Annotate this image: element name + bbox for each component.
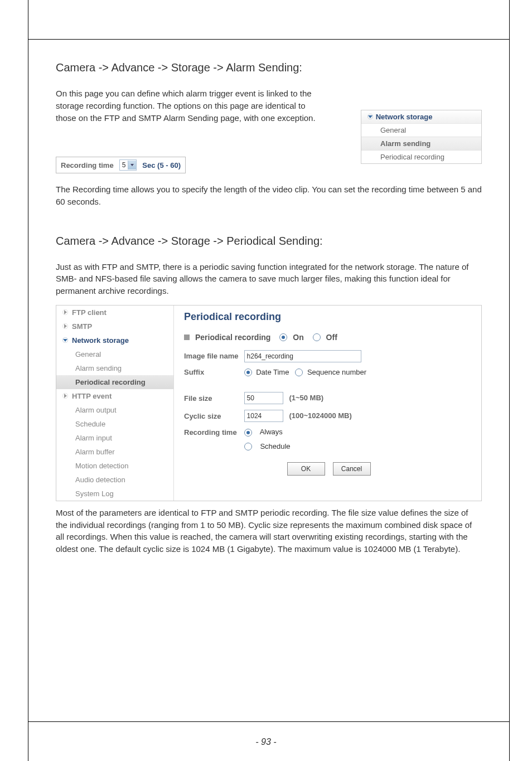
svg-marker-5 xyxy=(64,324,67,328)
recording-time-option-schedule: Schedule xyxy=(260,442,290,450)
network-storage-side-nav: Network storage General Alarm sending Pe… xyxy=(361,110,482,164)
nav-item-general[interactable]: General xyxy=(56,347,173,361)
side-nav-item-alarm-sending[interactable]: Alarm sending xyxy=(361,137,481,151)
svg-marker-9 xyxy=(64,394,67,398)
nav-item-audio-detection[interactable]: Audio detection xyxy=(56,473,173,487)
recording-time-hint: Sec (5 - 60) xyxy=(142,161,181,169)
toggle-off-label: Off xyxy=(326,333,337,342)
periodical-recording-panel: FTP client SMTP Network storage General … xyxy=(56,305,482,501)
section2-heading: Camera -> Advance -> Storage -> Periodic… xyxy=(56,235,482,248)
toggle-on-label: On xyxy=(293,333,303,342)
svg-marker-3 xyxy=(64,310,67,314)
page-number: - 93 - xyxy=(0,737,532,747)
radio-on[interactable] xyxy=(279,333,287,341)
radio-recording-schedule[interactable] xyxy=(244,443,252,450)
radio-suffix-date-time[interactable] xyxy=(244,369,252,376)
section2-explanation-paragraph: Most of the parameters are identical to … xyxy=(56,507,482,555)
recording-time-label: Recording time xyxy=(184,425,244,439)
recording-time-select[interactable]: 5 xyxy=(119,159,137,171)
nav-item-http-event[interactable]: HTTP event xyxy=(56,389,173,403)
nav-item-alarm-buffer[interactable]: Alarm buffer xyxy=(56,445,173,459)
cyclic-size-label: Cyclic size xyxy=(184,407,244,425)
svg-marker-2 xyxy=(130,164,134,166)
side-nav-item-periodical-recording[interactable]: Periodical recording xyxy=(361,151,481,163)
file-size-unit: (1~50 MB) xyxy=(289,394,323,402)
nav-label: Network storage xyxy=(72,336,129,345)
nav-label: FTP client xyxy=(72,308,107,317)
nav-item-network-storage[interactable]: Network storage xyxy=(56,333,173,347)
suffix-option-sequence-number: Sequence number xyxy=(307,368,366,376)
section2-intro-paragraph: Just as with FTP and SMTP, there is a pe… xyxy=(56,261,482,297)
suffix-option-date-time: Date Time xyxy=(256,368,289,376)
section-icon xyxy=(184,335,190,340)
section1-intro-paragraph: On this page you can define which alarm … xyxy=(56,88,318,124)
file-size-label: File size xyxy=(184,389,244,407)
section1-heading: Camera -> Advance -> Storage -> Alarm Se… xyxy=(56,61,482,74)
suffix-label: Suffix xyxy=(184,365,244,380)
chevron-right-icon xyxy=(62,309,69,316)
nav-item-periodical-recording[interactable]: Periodical recording xyxy=(56,375,173,389)
radio-suffix-sequence-number[interactable] xyxy=(295,369,303,376)
nav-item-motion-detection[interactable]: Motion detection xyxy=(56,459,173,473)
nav-label: HTTP event xyxy=(72,392,112,400)
ok-button[interactable]: OK xyxy=(287,462,325,476)
section1-explanation-paragraph: The Recording time allows you to specify… xyxy=(56,183,482,208)
radio-recording-always[interactable] xyxy=(244,429,252,437)
form-title: Periodical recording xyxy=(184,311,473,323)
periodical-recording-toggle: Periodical recording On Off xyxy=(184,333,473,342)
image-file-name-input[interactable] xyxy=(244,350,361,362)
image-file-name-label: Image file name xyxy=(184,347,244,365)
svg-marker-0 xyxy=(368,115,373,118)
cyclic-size-input[interactable] xyxy=(244,410,283,422)
nav-item-ftp-client[interactable]: FTP client xyxy=(56,306,173,319)
nav-item-alarm-input[interactable]: Alarm input xyxy=(56,431,173,445)
nav-item-alarm-output[interactable]: Alarm output xyxy=(56,403,173,417)
side-nav-header-label: Network storage xyxy=(376,113,433,121)
cancel-button[interactable]: Cancel xyxy=(333,462,371,476)
side-nav-network-storage[interactable]: Network storage xyxy=(361,110,481,124)
radio-off[interactable] xyxy=(313,333,321,341)
svg-marker-7 xyxy=(63,339,67,342)
page-crop-top xyxy=(28,39,510,40)
nav-item-system-log[interactable]: System Log xyxy=(56,487,173,501)
side-nav-item-general[interactable]: General xyxy=(361,124,481,137)
nav-item-schedule[interactable]: Schedule xyxy=(56,417,173,431)
chevron-right-icon xyxy=(62,323,69,329)
chevron-down-icon[interactable] xyxy=(128,161,136,169)
recording-time-widget: Recording time 5 Sec (5 - 60) xyxy=(56,157,186,173)
recording-time-label: Recording time xyxy=(61,161,114,169)
toggle-label: Periodical recording xyxy=(195,333,270,342)
nav-item-smtp[interactable]: SMTP xyxy=(56,319,173,333)
periodical-recording-form: Periodical recording Periodical recordin… xyxy=(174,306,481,501)
page-crop-bottom xyxy=(28,721,510,722)
settings-left-nav: FTP client SMTP Network storage General … xyxy=(56,306,174,501)
chevron-down-icon xyxy=(367,113,374,120)
cyclic-size-unit: (100~1024000 MB) xyxy=(289,411,351,420)
recording-time-option-always: Always xyxy=(260,428,283,436)
file-size-input[interactable] xyxy=(244,392,283,404)
nav-item-alarm-sending[interactable]: Alarm sending xyxy=(56,361,173,375)
chevron-down-icon xyxy=(62,337,69,343)
nav-label: SMTP xyxy=(72,322,92,331)
chevron-right-icon xyxy=(62,392,69,399)
recording-time-value: 5 xyxy=(120,161,128,169)
